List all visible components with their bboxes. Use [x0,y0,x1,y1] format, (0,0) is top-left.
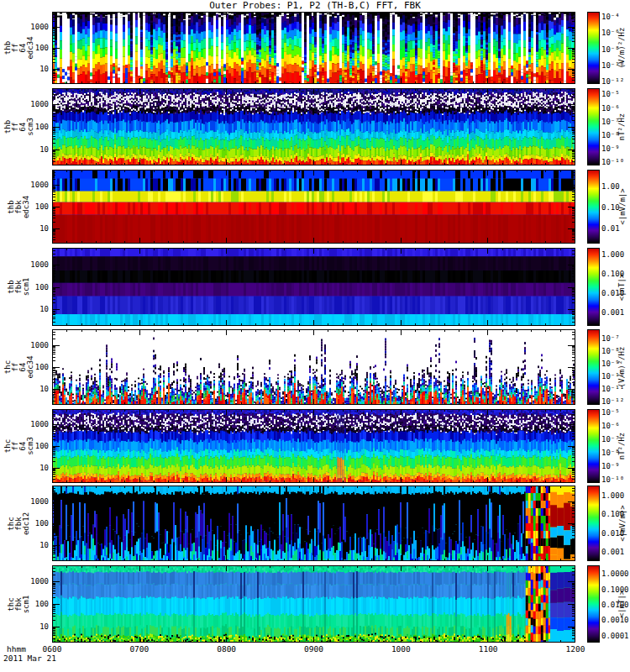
y-tick-label: 10 [0,224,49,233]
spectrogram-canvas [52,248,575,326]
colorbar-tick-label: 10⁻¹⁰ [601,475,624,484]
y-tick-label: 1000 [0,341,49,349]
colorbar-tick-label: 0.010 [601,529,624,538]
colorbar-tick-label: 0.100 [601,510,624,518]
y-tick-label: 100 [0,442,49,450]
colorbar-tick-label: 0.01 [601,224,620,233]
colorbar-tick-label: 10⁻⁸ [601,131,620,139]
colorbar-tick-label: 0.0100 [601,601,629,609]
colorbar-tick-label: 1.0000 [601,570,629,578]
x-axis-date-label: 2011 Mar 21 [3,654,56,663]
y-tick-label: 10 [0,622,49,631]
x-axis-tick-label: 0600 [25,645,79,654]
colorbar [587,409,600,483]
colorbar-tick-label: 10⁻⁶ [601,29,620,37]
y-tick-label: 1000 [0,23,49,31]
spectrogram-canvas [52,88,575,165]
colorbar-tick-label: 10⁻¹⁰ [601,158,624,166]
colorbar-tick-label: 0.010 [601,289,624,297]
spectrogram-canvas [52,409,575,483]
colorbar-tick-label: 1.00 [601,182,620,191]
colorbar [587,170,600,244]
y-tick-label: 1000 [0,577,49,585]
spectrogram-canvas [52,12,575,84]
colorbar-tick-label: 0.0001 [601,632,629,640]
colorbar [587,88,600,165]
y-tick-label: 1000 [0,181,49,189]
y-tick-label: 100 [0,600,49,608]
colorbar-tick-label: 10⁻¹¹ [601,385,624,393]
spectrogram-canvas [52,170,575,244]
y-tick-label: 10 [0,305,49,313]
x-axis-tick-label: 0800 [200,645,254,654]
y-tick-label: 100 [0,519,49,528]
x-axis-tick-label: 0700 [113,645,166,654]
y-tick-label: 10 [0,65,49,73]
y-tick-label: 1000 [0,497,49,506]
y-tick-label: 100 [0,123,49,131]
y-tick-label: 1000 [0,100,49,108]
colorbar-tick-label: 0.10 [601,203,620,212]
x-axis-tick-label: 0900 [287,645,341,654]
y-tick-label: 10 [0,145,49,154]
y-tick-label: 100 [0,44,49,52]
colorbar-tick-label: 10⁻⁹ [601,360,620,368]
colorbar-tick-label: 10⁻¹² [601,77,624,86]
colorbar-tick-label: 10⁻⁸ [601,449,620,457]
y-tick-label: 100 [0,202,49,211]
colorbar-tick-label: 1.000 [601,250,624,259]
colorbar-tick-label: 10⁻⁸ [601,45,620,54]
colorbar-tick-label: 10⁻⁶ [601,422,620,430]
colorbar [587,565,600,643]
colorbar-tick-label: 10⁻¹² [601,397,624,406]
colorbar-unit-wrap: nT²/Hz [614,88,630,165]
colorbar-tick-label: 10⁻⁵ [601,408,620,417]
y-tick-label: 100 [0,363,49,371]
colorbar-tick-label: 10⁻⁶ [601,104,620,113]
colorbar-tick-label: 10⁻¹⁰ [601,372,624,381]
spectrogram-canvas [52,486,575,561]
y-tick-label: 100 [0,283,49,291]
colorbar [587,486,600,561]
y-tick-label: 10 [0,464,49,472]
page: { "title": "Outer Probes: P1, P2 (TH-B,C… [0,0,630,672]
y-tick-label: 1000 [0,260,49,269]
colorbar-tick-label: 0.100 [601,270,624,278]
colorbar-unit-wrap: nT²/Hz [614,409,630,483]
colorbar-tick-label: 1.000 [601,491,624,500]
colorbar-tick-label: 10⁻⁷ [601,334,620,343]
x-axis-tick-label: 1000 [374,645,428,654]
plot-title: Outer Probes: P1, P2 (TH-B,C) FFT, FBK [0,1,630,11]
x-axis-tick-label: 1200 [549,645,602,654]
x-axis-tick-label: 1100 [461,645,515,654]
y-tick-label: 1000 [0,420,49,428]
colorbar-tick-label: 10⁻¹⁰ [601,61,624,70]
colorbar-tick-label: 10⁻⁹ [601,462,620,470]
colorbar [587,248,600,326]
colorbar-tick-label: 0.001 [601,308,624,317]
colorbar-tick-label: 10⁻⁷ [601,118,620,126]
y-tick-label: 10 [0,385,49,393]
colorbar-tick-label: 10⁻⁴ [601,13,620,21]
colorbar-tick-label: 0.001 [601,548,624,556]
colorbar-tick-label: 10⁻⁷ [601,435,620,444]
x-axis-format-label: hhmm [7,645,26,654]
spectrogram-canvas [52,565,575,643]
spectrogram-canvas [52,329,575,405]
colorbar [587,329,600,405]
y-tick-label: 10 [0,541,49,549]
colorbar-tick-label: 0.0010 [601,616,629,624]
colorbar-tick-label: 10⁻⁵ [601,90,620,98]
colorbar-tick-label: 10⁻⁸ [601,347,620,355]
colorbar [587,12,600,84]
colorbar-tick-label: 10⁻⁹ [601,144,620,153]
colorbar-tick-label: 0.1000 [601,585,629,594]
